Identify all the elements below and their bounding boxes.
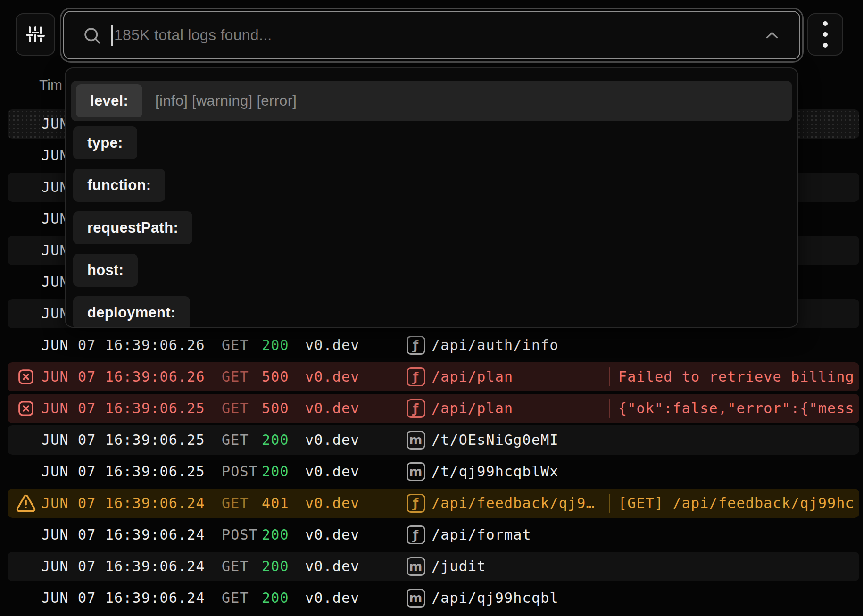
- runtime-icon: ƒ: [407, 336, 425, 355]
- filter-suggestion-item[interactable]: deployment:: [73, 296, 790, 328]
- runtime-icon: m: [407, 431, 425, 450]
- timestamp-cell: JUN 07 16:39:06.25: [41, 425, 205, 455]
- runtime-icon: ƒ: [407, 494, 425, 513]
- path-cell: /t/qj99hcqblWx: [432, 457, 559, 486]
- path-cell: /api/auth/info: [432, 331, 559, 360]
- log-row[interactable]: JUN 07 16:39:06.25 GET 500 v0.dev ƒ /api…: [8, 394, 859, 423]
- path-cell: /api/feedback/qj9…: [432, 489, 595, 518]
- status-cell: 200: [262, 520, 289, 549]
- filter-value-hint: [info] [warning] [error]: [155, 92, 297, 109]
- filter-suggestions-dropdown: level: [info] [warning] [error] type: fu…: [65, 67, 798, 328]
- host-cell: v0.dev: [305, 362, 360, 391]
- host-cell: v0.dev: [305, 457, 360, 486]
- timestamp-cell: JUN 07 16:39:06.24: [41, 489, 205, 518]
- timestamp-cell: JUN 07 16:39:06.26: [41, 362, 205, 391]
- status-cell: 401: [262, 489, 289, 518]
- chevron-up-icon[interactable]: [763, 27, 780, 44]
- filter-suggestion-item[interactable]: level: [info] [warning] [error]: [71, 81, 792, 121]
- message-cell: Failed to retrieve billing (: [601, 362, 855, 391]
- sliders-icon: [24, 23, 47, 46]
- host-cell: v0.dev: [305, 425, 360, 455]
- log-row[interactable]: JUN 07 16:39:06.24 GET 200 v0.dev m /jud…: [8, 552, 859, 581]
- status-cell: 200: [262, 331, 289, 360]
- path-cell: /judit: [432, 552, 486, 581]
- status-cell: 500: [262, 362, 289, 391]
- host-cell: v0.dev: [305, 331, 360, 360]
- timestamp-cell: JUN 07 16:39:06.25: [41, 457, 205, 486]
- timestamp-cell: JUN 07 16:39:06.24: [41, 552, 205, 581]
- log-row[interactable]: JUN 07 16:39:06.24 GET 200 v0.dev m /api…: [8, 583, 859, 613]
- filter-key-pill[interactable]: function:: [73, 169, 165, 202]
- status-cell: 200: [262, 457, 289, 486]
- filter-button[interactable]: [16, 13, 55, 56]
- method-cell: GET: [222, 489, 249, 518]
- host-cell: v0.dev: [305, 583, 360, 613]
- method-cell: GET: [222, 583, 249, 613]
- message-cell: {"ok":false,"error":{"messa: [601, 394, 855, 423]
- more-options-button[interactable]: [807, 13, 843, 56]
- filter-suggestion-item[interactable]: type:: [73, 126, 790, 159]
- timestamp-cell: JUN 07 16:39:06.24: [41, 520, 205, 549]
- filter-key-pill[interactable]: deployment:: [73, 296, 190, 328]
- status-cell: 500: [262, 394, 289, 423]
- log-row[interactable]: JUN 07 16:39:06.26 GET 500 v0.dev ƒ /api…: [8, 362, 859, 391]
- runtime-icon: m: [407, 462, 425, 481]
- path-cell: /api/format: [432, 520, 531, 549]
- filter-suggestion-item[interactable]: requestPath:: [73, 211, 790, 244]
- log-row[interactable]: JUN 07 16:39:06.24 GET 401 v0.dev ƒ /api…: [8, 489, 859, 518]
- status-cell: 200: [262, 425, 289, 455]
- path-cell: /t/OEsNiGg0eMI: [432, 425, 559, 455]
- filter-key-pill[interactable]: host:: [73, 254, 138, 287]
- toolbar: 185K total logs found...: [0, 0, 863, 62]
- log-row[interactable]: JUN 07 16:39:06.26 GET 200 v0.dev ƒ /api…: [8, 331, 859, 360]
- log-row[interactable]: JUN 07 16:39:06.24 POST 200 v0.dev ƒ /ap…: [8, 520, 859, 549]
- host-cell: v0.dev: [305, 394, 360, 423]
- x-square-icon: [16, 398, 36, 419]
- message-cell: [GET] /api/feedback/qj99hcq: [601, 489, 855, 518]
- filter-key-pill[interactable]: requestPath:: [73, 211, 192, 244]
- timestamp-cell: JUN 07 16:39:06.25: [41, 394, 205, 423]
- host-cell: v0.dev: [305, 520, 360, 549]
- filter-suggestion-item[interactable]: host:: [73, 254, 790, 287]
- host-cell: v0.dev: [305, 489, 360, 518]
- log-row[interactable]: JUN 07 16:39:06.25 GET 200 v0.dev m /t/O…: [8, 425, 859, 455]
- status-cell: 200: [262, 552, 289, 581]
- search-input[interactable]: 185K total logs found...: [63, 11, 800, 59]
- path-cell: /api/qj99hcqbl: [432, 583, 559, 613]
- text-caret: [111, 25, 113, 46]
- status-cell: 200: [262, 583, 289, 613]
- filter-key-pill[interactable]: level:: [76, 84, 142, 117]
- search-placeholder: 185K total logs found...: [114, 26, 272, 44]
- method-cell: GET: [222, 331, 249, 360]
- path-cell: /api/plan: [432, 394, 513, 423]
- x-square-icon: [16, 366, 36, 387]
- timestamp-cell: JUN 07 16:39:06.24: [41, 583, 205, 613]
- log-row[interactable]: JUN 07 16:39:06.25 POST 200 v0.dev m /t/…: [8, 457, 859, 486]
- path-cell: /api/plan: [432, 362, 513, 391]
- search-icon: [82, 25, 102, 45]
- method-cell: POST: [222, 457, 258, 486]
- host-cell: v0.dev: [305, 552, 360, 581]
- runtime-icon: ƒ: [407, 367, 425, 386]
- method-cell: POST: [222, 520, 258, 549]
- runtime-icon: m: [407, 557, 425, 576]
- runtime-icon: ƒ: [407, 399, 425, 418]
- warning-triangle-icon: [16, 493, 36, 514]
- filter-key-pill[interactable]: type:: [73, 126, 137, 159]
- runtime-icon: m: [407, 589, 425, 608]
- filter-suggestion-item[interactable]: function:: [73, 169, 790, 202]
- method-cell: GET: [222, 552, 249, 581]
- method-cell: GET: [222, 425, 249, 455]
- kebab-icon: [823, 21, 828, 48]
- method-cell: GET: [222, 362, 249, 391]
- timestamp-cell: JUN 07 16:39:06.26: [41, 331, 205, 360]
- runtime-icon: ƒ: [407, 525, 425, 544]
- method-cell: GET: [222, 394, 249, 423]
